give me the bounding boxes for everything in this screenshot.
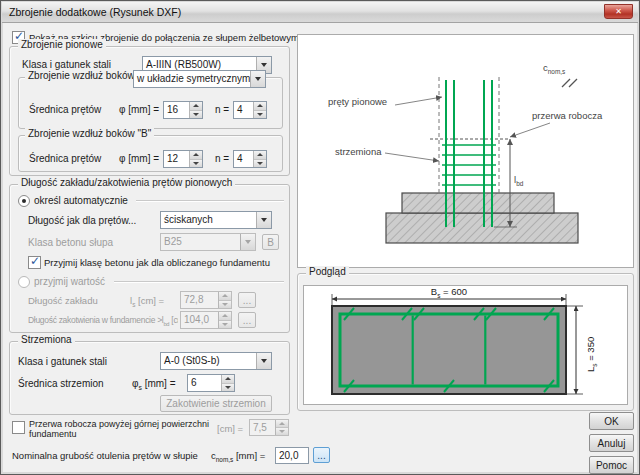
use-footing-concrete-checkbox[interactable] (28, 256, 41, 269)
n-L-spinner[interactable]: 4 (233, 101, 267, 119)
cnom-sub: nom,s (548, 68, 566, 75)
n-L-value: 4 (234, 102, 253, 118)
spin-up-icon[interactable] (219, 312, 231, 321)
phi-B-symbol: φ [mm] = (119, 153, 159, 164)
n-B-spinner[interactable]: 4 (233, 150, 267, 168)
phi-L-spinner[interactable]: 16 (163, 101, 203, 119)
phi-B-value: 12 (164, 151, 189, 167)
cnom-label: cnom,s (543, 62, 565, 75)
stirrups-diagram-label: strzemiona (335, 146, 381, 157)
concrete-class-select[interactable]: B25 (160, 233, 256, 251)
auto-radio[interactable] (18, 195, 30, 207)
spin-down-icon[interactable] (254, 111, 266, 119)
ellipsis-label: ... (243, 295, 251, 306)
vertical-reinforcement-group: Zbrojenie pionowe Klasa i gatunek stali … (9, 46, 290, 176)
working-gap-checkbox[interactable] (12, 421, 25, 434)
concrete-class-info-button[interactable]: B (262, 234, 279, 250)
spin-down-icon[interactable] (222, 384, 234, 392)
phi-B-spinner[interactable]: 12 (163, 150, 203, 168)
diam-L-label: Średnica prętów (29, 104, 101, 115)
bars-for-select[interactable]: ściskanych (160, 211, 272, 229)
b-rest: = 600 (443, 286, 467, 297)
spin-down-icon[interactable] (190, 160, 202, 168)
help-label: Pomoc (596, 460, 627, 471)
spin-up-icon[interactable] (254, 102, 266, 111)
anchor-length-spinner[interactable]: 104,0 (180, 311, 232, 329)
phi-L-symbol: φ [mm] = (119, 104, 159, 115)
preview-panel: Bs = 600 Ls = 350 (303, 285, 628, 405)
ok-label: OK (604, 416, 618, 427)
spin-down-icon[interactable] (254, 160, 266, 168)
spin-up-icon[interactable] (254, 151, 266, 160)
cover-more-button[interactable]: ... (313, 447, 330, 463)
l-base: L (585, 367, 596, 372)
anchor-length-label: Długość zakotwienia w fundamencie >lbd [… (28, 315, 178, 327)
separator-line (114, 281, 284, 283)
window-title: Zbrojenie dodatkowe (Rysunek DXF) (9, 6, 181, 18)
cover-value-field[interactable]: 20,0 (275, 447, 309, 464)
stirrup-diam-label: Średnica strzemion (18, 378, 104, 389)
l-sub: s (591, 363, 598, 366)
lap-length-more-button[interactable]: ... (238, 292, 256, 308)
spin-up-icon[interactable] (276, 420, 288, 428)
bars-for-label: Długość jak dla prętów... (28, 215, 136, 226)
dropdown-arrow-icon[interactable] (256, 212, 271, 228)
spin-down-icon[interactable] (219, 301, 231, 309)
vertical-group-title: Zbrojenie pionowe (18, 39, 106, 50)
dropdown-arrow-icon[interactable] (250, 71, 265, 87)
spinner-buttons (275, 420, 288, 435)
spin-down-icon[interactable] (190, 111, 202, 119)
spinner-buttons (221, 375, 234, 391)
stirrup-anchorage-button[interactable]: Zakotwienie strzemion (160, 395, 272, 412)
section-diagram-panel: cnom,s pręty pionowe przerwa robocza str… (297, 34, 634, 268)
working-gap-value: 7,5 (250, 420, 275, 435)
spin-up-icon[interactable] (219, 292, 231, 301)
concrete-class-info-label: B (267, 237, 274, 248)
spin-up-icon[interactable] (190, 151, 202, 160)
help-button[interactable]: Pomoc (589, 456, 634, 474)
stirrup-steel-label: Klasa i gatunek stali (18, 356, 107, 367)
lap-sym-unit: [cm] = (138, 295, 164, 306)
dropdown-arrow-icon[interactable] (240, 234, 255, 250)
anchorage-group: Długość zakładu/zakotwienia prętów piono… (9, 184, 290, 333)
stirrup-phi-spinner[interactable]: 6 (187, 374, 235, 392)
height-dimension-label: Ls = 350 (585, 337, 598, 372)
bars-for-value: ściskanych (161, 212, 256, 228)
lap-length-spinner[interactable]: 72,8 (180, 291, 232, 309)
stirrup-steel-value: A-0 (St0S-b) (161, 353, 256, 369)
cover-label: Nominalna grubość otulenia prętów w słup… (12, 450, 198, 461)
cover-sym-sub: nom,s (216, 456, 234, 463)
spin-up-icon[interactable] (222, 375, 234, 384)
separator-line (136, 200, 284, 202)
lap-length-value: 72,8 (181, 292, 218, 308)
ok-button[interactable]: OK (589, 412, 634, 430)
working-gap-spinner[interactable]: 7,5 (249, 419, 289, 436)
n-L-symbol: n = (215, 104, 229, 115)
steel-class-label: Klasa i gatunek stali (22, 59, 111, 70)
dropdown-arrow-icon[interactable] (256, 353, 271, 369)
spinner-buttons (253, 151, 266, 167)
manual-radio[interactable] (18, 276, 30, 288)
phi-L-value: 16 (164, 102, 189, 118)
spinner-buttons (218, 292, 231, 308)
label-leader-lines (385, 97, 550, 161)
spin-up-icon[interactable] (190, 102, 202, 111)
stirrup-phi-sub: s (138, 384, 141, 391)
titlebar[interactable]: Zbrojenie dodatkowe (Rysunek DXF) ✕ (2, 2, 638, 23)
cover-value: 20,0 (279, 450, 298, 461)
anchor-length-more-button[interactable]: ... (238, 312, 256, 328)
working-gap-unit: [cm] = (217, 423, 243, 434)
along-B-title: Zbrojenie wzdłuż boków "B" (25, 128, 154, 139)
anchor-sym-unit: [cm] = (171, 315, 178, 325)
stirrups-group-title: Strzemiona (18, 334, 75, 345)
working-gap-diagram-label: przerwa robocza (532, 110, 602, 121)
spin-down-icon[interactable] (276, 428, 288, 435)
close-button[interactable]: ✕ (604, 4, 633, 19)
stirrup-steel-select[interactable]: A-0 (St0S-b) (160, 352, 272, 370)
ellipsis-label: ... (317, 450, 325, 461)
spin-down-icon[interactable] (219, 321, 231, 329)
cancel-button[interactable]: Anuluj (589, 434, 634, 452)
width-dimension-label: Bs = 600 (431, 286, 467, 299)
layout-select[interactable]: w układzie symetrycznym (133, 70, 266, 88)
stirrup-marks (442, 145, 496, 185)
